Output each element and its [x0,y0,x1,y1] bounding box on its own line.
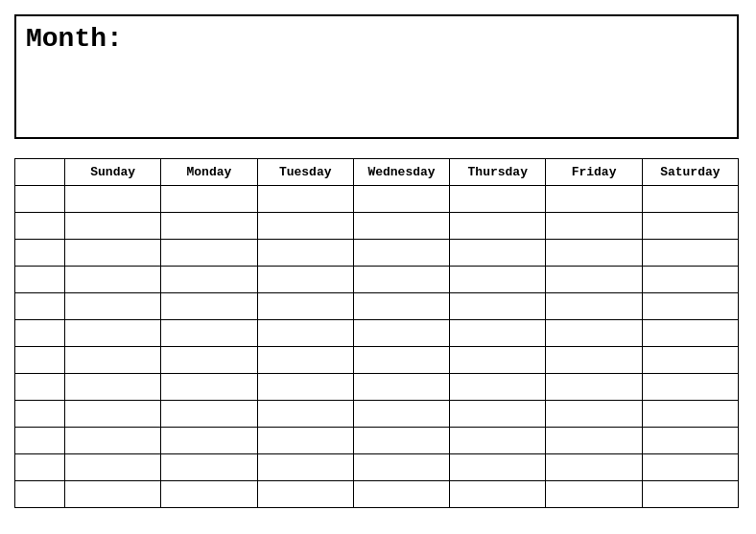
calendar-cell[interactable] [161,240,257,267]
calendar-cell[interactable] [642,186,738,213]
calendar-cell[interactable] [642,347,738,374]
row-label [15,240,65,267]
calendar-cell[interactable] [65,213,161,240]
calendar-cell[interactable] [450,320,546,347]
calendar-cell[interactable] [65,267,161,293]
calendar-cell[interactable] [546,293,642,320]
month-label: Month: [26,24,123,54]
calendar-cell[interactable] [257,267,353,293]
calendar-cell[interactable] [257,481,353,508]
calendar-cell[interactable] [642,454,738,481]
calendar-cell[interactable] [161,267,257,293]
table-row [15,293,739,320]
calendar-cell[interactable] [642,240,738,267]
calendar-cell[interactable] [450,428,546,454]
calendar-cell[interactable] [546,481,642,508]
calendar-cell[interactable] [450,347,546,374]
calendar-cell[interactable] [546,401,642,428]
calendar-cell[interactable] [257,293,353,320]
calendar-cell[interactable] [257,428,353,454]
calendar-cell[interactable] [257,213,353,240]
calendar-cell[interactable] [161,428,257,454]
calendar-cell[interactable] [546,454,642,481]
calendar-cell[interactable] [546,428,642,454]
calendar-cell[interactable] [353,454,449,481]
calendar-cell[interactable] [161,374,257,401]
calendar-cell[interactable] [161,186,257,213]
header-wednesday: Wednesday [353,159,449,186]
calendar-cell[interactable] [257,454,353,481]
calendar-cell[interactable] [65,481,161,508]
calendar-cell[interactable] [642,320,738,347]
calendar-cell[interactable] [450,374,546,401]
calendar-cell[interactable] [353,267,449,293]
calendar-cell[interactable] [642,401,738,428]
row-label [15,267,65,293]
calendar-cell[interactable] [450,481,546,508]
calendar-cell[interactable] [450,293,546,320]
calendar-cell[interactable] [161,293,257,320]
calendar-cell[interactable] [161,347,257,374]
table-row [15,347,739,374]
calendar-cell[interactable] [353,213,449,240]
calendar-cell[interactable] [546,186,642,213]
calendar-cell[interactable] [642,374,738,401]
calendar-cell[interactable] [65,374,161,401]
calendar-cell[interactable] [353,320,449,347]
calendar-cell[interactable] [353,186,449,213]
row-label [15,186,65,213]
table-row [15,186,739,213]
calendar-cell[interactable] [450,401,546,428]
calendar-cell[interactable] [546,320,642,347]
table-row [15,428,739,454]
calendar-wrapper: Sunday Monday Tuesday Wednesday Thursday… [14,158,739,508]
calendar-cell[interactable] [65,428,161,454]
calendar-cell[interactable] [546,267,642,293]
calendar-cell[interactable] [450,267,546,293]
calendar-cell[interactable] [65,240,161,267]
calendar-cell[interactable] [257,240,353,267]
calendar-cell[interactable] [353,481,449,508]
calendar-cell[interactable] [450,186,546,213]
calendar-cell[interactable] [546,240,642,267]
calendar-cell[interactable] [161,481,257,508]
calendar-cell[interactable] [546,213,642,240]
calendar-cell[interactable] [257,401,353,428]
row-label [15,374,65,401]
header-sunday: Sunday [65,159,161,186]
calendar-cell[interactable] [353,401,449,428]
calendar-cell[interactable] [546,374,642,401]
calendar-cell[interactable] [161,320,257,347]
calendar-cell[interactable] [161,401,257,428]
calendar-cell[interactable] [257,186,353,213]
calendar-cell[interactable] [642,428,738,454]
calendar-cell[interactable] [642,213,738,240]
calendar-cell[interactable] [450,213,546,240]
calendar-cell[interactable] [353,428,449,454]
calendar-cell[interactable] [65,454,161,481]
calendar-cell[interactable] [161,213,257,240]
calendar-cell[interactable] [65,320,161,347]
calendar-cell[interactable] [65,186,161,213]
calendar-cell[interactable] [642,267,738,293]
row-label-header [15,159,65,186]
calendar-cell[interactable] [65,293,161,320]
calendar-cell[interactable] [450,240,546,267]
calendar-cell[interactable] [257,320,353,347]
table-row [15,267,739,293]
calendar-cell[interactable] [257,347,353,374]
calendar-cell[interactable] [161,454,257,481]
calendar-cell[interactable] [642,293,738,320]
row-label [15,401,65,428]
calendar-cell[interactable] [353,293,449,320]
calendar-cell[interactable] [65,347,161,374]
calendar-cell[interactable] [353,240,449,267]
calendar-cell[interactable] [65,401,161,428]
calendar-cell[interactable] [353,374,449,401]
calendar-cell[interactable] [353,347,449,374]
calendar-cell[interactable] [450,454,546,481]
table-row [15,401,739,428]
calendar-cell[interactable] [257,374,353,401]
calendar-cell[interactable] [642,481,738,508]
calendar-cell[interactable] [546,347,642,374]
